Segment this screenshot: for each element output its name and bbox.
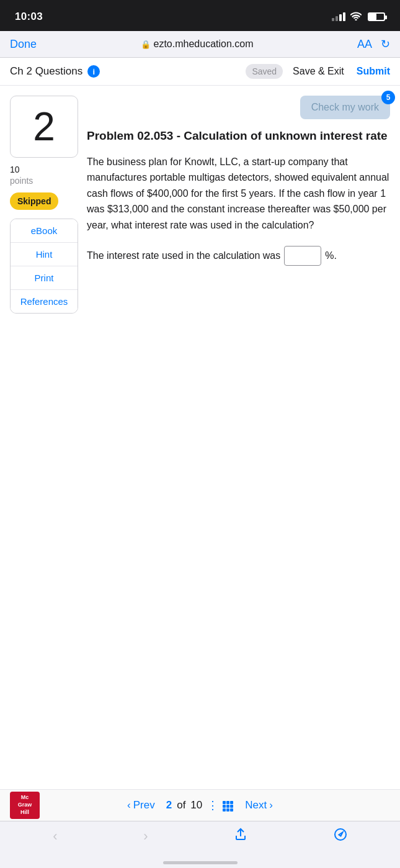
status-bar: 10:03 xyxy=(0,0,400,31)
status-icons xyxy=(332,12,385,22)
answer-input[interactable] xyxy=(284,246,321,266)
svg-rect-4 xyxy=(226,805,229,808)
share-button[interactable] xyxy=(234,828,247,845)
svg-rect-2 xyxy=(230,801,233,804)
back-button[interactable]: ‹ xyxy=(53,828,57,844)
svg-rect-7 xyxy=(226,808,229,811)
home-bar xyxy=(163,861,238,864)
answer-prefix: The interest rate used in the calculatio… xyxy=(87,248,280,264)
svg-rect-8 xyxy=(230,808,233,811)
question-number-box: 2 xyxy=(10,96,78,158)
grid-icon[interactable]: ⋮ xyxy=(207,798,234,812)
aa-button[interactable]: AA xyxy=(357,38,372,51)
prev-chevron: ‹ xyxy=(127,799,131,811)
svg-rect-3 xyxy=(223,805,226,808)
save-exit-button[interactable]: Save & Exit xyxy=(293,66,344,77)
points-label: points xyxy=(10,176,33,186)
svg-rect-5 xyxy=(230,805,233,808)
problem-title: Problem 02.053 - Calculation of unknown … xyxy=(87,128,390,144)
nav-controls: ‹ Prev 2 of 10 ⋮ Nex xyxy=(127,798,273,812)
prev-button[interactable]: ‹ Prev xyxy=(127,799,155,811)
page-info: 2 of 10 ⋮ xyxy=(166,798,234,812)
refresh-icon[interactable]: ↻ xyxy=(381,37,390,51)
question-content: Check my work 5 Problem 02.053 - Calcula… xyxy=(87,96,390,546)
home-indicator xyxy=(0,857,400,868)
status-time: 10:03 xyxy=(15,11,43,23)
signal-icon xyxy=(332,12,345,21)
battery-icon xyxy=(368,12,385,21)
compass-button[interactable] xyxy=(334,828,347,845)
svg-rect-6 xyxy=(223,808,226,811)
app-header: Ch 2 Questions i Saved Save & Exit Submi… xyxy=(0,58,400,86)
svg-rect-0 xyxy=(223,801,226,804)
browser-toolbar: ‹ › xyxy=(0,821,400,857)
wifi-icon xyxy=(350,12,362,22)
answer-row: The interest rate used in the calculatio… xyxy=(87,246,390,266)
next-button[interactable]: Next › xyxy=(245,799,273,811)
points-section: 10 points xyxy=(10,164,78,186)
next-chevron: › xyxy=(269,799,273,811)
mcgraw-hill-logo: Mc Graw Hill xyxy=(10,792,40,819)
check-my-work-button[interactable]: Check my work xyxy=(300,96,390,119)
svg-rect-1 xyxy=(226,801,229,804)
sidebar-links: eBook Hint Print References xyxy=(10,219,78,314)
done-button[interactable]: Done xyxy=(10,38,37,51)
references-link[interactable]: References xyxy=(11,290,78,313)
bottom-nav: Mc Graw Hill ‹ Prev 2 of 10 ⋮ xyxy=(0,789,400,821)
answer-suffix: %. xyxy=(325,248,337,264)
problem-body: The business plan for Knowlt, LLC, a sta… xyxy=(87,154,390,233)
hint-link[interactable]: Hint xyxy=(11,243,78,266)
main-content: 2 10 points Skipped eBook Hint Print Ref… xyxy=(0,86,400,556)
browser-right-controls: AA ↻ xyxy=(357,37,390,51)
browser-bar: Done 🔒 ezto.mheducation.com AA ↻ xyxy=(0,31,400,58)
left-sidebar: 2 10 points Skipped eBook Hint Print Ref… xyxy=(10,96,78,546)
content-spacer xyxy=(0,556,400,789)
next-label: Next xyxy=(245,799,267,811)
url-bar[interactable]: 🔒 ezto.mheducation.com xyxy=(44,38,350,50)
check-my-work-row: Check my work 5 xyxy=(87,96,390,119)
current-page: 2 xyxy=(166,799,172,811)
points-value: 10 xyxy=(10,165,20,174)
ebook-link[interactable]: eBook xyxy=(11,219,78,243)
forward-button[interactable]: › xyxy=(143,828,148,844)
submit-button[interactable]: Submit xyxy=(357,66,390,77)
check-badge: 5 xyxy=(381,91,395,104)
question-number: 2 xyxy=(33,104,55,150)
total-pages: 10 xyxy=(190,799,202,811)
prev-label: Prev xyxy=(133,799,155,811)
of-label: of xyxy=(177,799,185,811)
info-badge[interactable]: i xyxy=(87,65,100,78)
saved-badge: Saved xyxy=(246,64,283,79)
url-text: ezto.mheducation.com xyxy=(154,38,254,50)
lock-icon: 🔒 xyxy=(141,40,151,49)
print-link[interactable]: Print xyxy=(11,266,78,290)
skipped-badge: Skipped xyxy=(10,192,58,210)
chapter-title: Ch 2 Questions xyxy=(10,65,82,78)
